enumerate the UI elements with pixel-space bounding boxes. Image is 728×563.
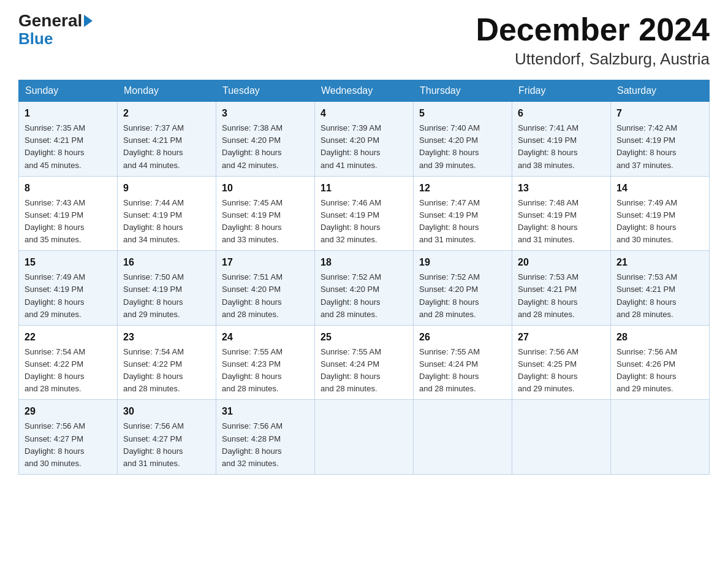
day-info: Sunrise: 7:35 AMSunset: 4:21 PMDaylight:… bbox=[25, 122, 112, 172]
day-of-week-header: Friday bbox=[512, 80, 611, 102]
calendar-day-cell: 7 Sunrise: 7:42 AMSunset: 4:19 PMDayligh… bbox=[611, 102, 710, 177]
day-info: Sunrise: 7:54 AMSunset: 4:22 PMDaylight:… bbox=[25, 346, 112, 396]
day-info: Sunrise: 7:48 AMSunset: 4:19 PMDaylight:… bbox=[518, 197, 605, 247]
day-info: Sunrise: 7:49 AMSunset: 4:19 PMDaylight:… bbox=[25, 271, 112, 321]
day-info: Sunrise: 7:46 AMSunset: 4:19 PMDaylight:… bbox=[320, 197, 408, 247]
day-info: Sunrise: 7:45 AMSunset: 4:19 PMDaylight:… bbox=[222, 197, 309, 247]
day-of-week-header: Wednesday bbox=[315, 80, 414, 102]
day-number: 7 bbox=[616, 106, 703, 121]
calendar-week-row: 8 Sunrise: 7:43 AMSunset: 4:19 PMDayligh… bbox=[19, 176, 710, 251]
calendar-day-cell: 29 Sunrise: 7:56 AMSunset: 4:27 PMDaylig… bbox=[19, 400, 118, 475]
calendar-day-cell: 5 Sunrise: 7:40 AMSunset: 4:20 PMDayligh… bbox=[414, 102, 512, 177]
calendar-week-row: 22 Sunrise: 7:54 AMSunset: 4:22 PMDaylig… bbox=[19, 325, 710, 400]
day-number: 2 bbox=[123, 106, 210, 121]
day-number: 25 bbox=[320, 330, 408, 345]
day-info: Sunrise: 7:53 AMSunset: 4:21 PMDaylight:… bbox=[616, 271, 703, 321]
day-info: Sunrise: 7:51 AMSunset: 4:20 PMDaylight:… bbox=[222, 271, 309, 321]
calendar-day-cell bbox=[611, 400, 710, 475]
day-info: Sunrise: 7:50 AMSunset: 4:19 PMDaylight:… bbox=[123, 271, 210, 321]
day-info: Sunrise: 7:47 AMSunset: 4:19 PMDaylight:… bbox=[419, 197, 506, 247]
day-info: Sunrise: 7:53 AMSunset: 4:21 PMDaylight:… bbox=[518, 271, 605, 321]
day-of-week-header: Saturday bbox=[611, 80, 710, 102]
day-number: 4 bbox=[320, 106, 408, 121]
calendar-day-cell: 27 Sunrise: 7:56 AMSunset: 4:25 PMDaylig… bbox=[512, 325, 611, 400]
day-number: 16 bbox=[123, 255, 210, 270]
calendar-day-cell bbox=[414, 400, 512, 475]
day-info: Sunrise: 7:41 AMSunset: 4:19 PMDaylight:… bbox=[518, 122, 605, 172]
day-number: 26 bbox=[419, 330, 506, 345]
calendar-week-row: 1 Sunrise: 7:35 AMSunset: 4:21 PMDayligh… bbox=[19, 102, 710, 177]
location-subtitle: Uttendorf, Salzburg, Austria bbox=[476, 50, 710, 69]
day-info: Sunrise: 7:55 AMSunset: 4:24 PMDaylight:… bbox=[320, 346, 408, 396]
day-number: 24 bbox=[222, 330, 309, 345]
calendar-day-cell: 26 Sunrise: 7:55 AMSunset: 4:24 PMDaylig… bbox=[414, 325, 512, 400]
day-number: 17 bbox=[222, 255, 309, 270]
day-number: 18 bbox=[320, 255, 408, 270]
calendar-table: SundayMondayTuesdayWednesdayThursdayFrid… bbox=[18, 80, 710, 475]
day-info: Sunrise: 7:42 AMSunset: 4:19 PMDaylight:… bbox=[616, 122, 703, 172]
day-number: 1 bbox=[25, 106, 112, 121]
calendar-day-cell: 21 Sunrise: 7:53 AMSunset: 4:21 PMDaylig… bbox=[611, 251, 710, 326]
calendar-day-cell: 23 Sunrise: 7:54 AMSunset: 4:22 PMDaylig… bbox=[118, 325, 216, 400]
calendar-day-cell: 18 Sunrise: 7:52 AMSunset: 4:20 PMDaylig… bbox=[315, 251, 414, 326]
logo-general-text: General bbox=[18, 12, 94, 29]
day-info: Sunrise: 7:56 AMSunset: 4:27 PMDaylight:… bbox=[123, 420, 210, 470]
day-info: Sunrise: 7:56 AMSunset: 4:28 PMDaylight:… bbox=[222, 420, 309, 470]
day-info: Sunrise: 7:56 AMSunset: 4:26 PMDaylight:… bbox=[616, 346, 703, 396]
day-of-week-header: Thursday bbox=[414, 80, 512, 102]
calendar-day-cell: 31 Sunrise: 7:56 AMSunset: 4:28 PMDaylig… bbox=[216, 400, 315, 475]
calendar-day-cell: 24 Sunrise: 7:55 AMSunset: 4:23 PMDaylig… bbox=[216, 325, 315, 400]
day-info: Sunrise: 7:43 AMSunset: 4:19 PMDaylight:… bbox=[25, 197, 112, 247]
calendar-day-cell bbox=[315, 400, 414, 475]
day-number: 30 bbox=[123, 404, 210, 419]
calendar-day-cell: 9 Sunrise: 7:44 AMSunset: 4:19 PMDayligh… bbox=[118, 176, 216, 251]
month-year-title: December 2024 bbox=[476, 12, 710, 47]
day-number: 15 bbox=[25, 255, 112, 270]
calendar-day-cell: 16 Sunrise: 7:50 AMSunset: 4:19 PMDaylig… bbox=[118, 251, 216, 326]
day-number: 5 bbox=[419, 106, 506, 121]
day-number: 27 bbox=[518, 330, 605, 345]
day-number: 10 bbox=[222, 181, 309, 196]
calendar-day-cell: 1 Sunrise: 7:35 AMSunset: 4:21 PMDayligh… bbox=[19, 102, 118, 177]
calendar-day-cell: 20 Sunrise: 7:53 AMSunset: 4:21 PMDaylig… bbox=[512, 251, 611, 326]
day-number: 14 bbox=[616, 181, 703, 196]
calendar-day-cell: 3 Sunrise: 7:38 AMSunset: 4:20 PMDayligh… bbox=[216, 102, 315, 177]
day-of-week-header: Sunday bbox=[19, 80, 118, 102]
day-info: Sunrise: 7:44 AMSunset: 4:19 PMDaylight:… bbox=[123, 197, 210, 247]
calendar-week-row: 15 Sunrise: 7:49 AMSunset: 4:19 PMDaylig… bbox=[19, 251, 710, 326]
day-info: Sunrise: 7:37 AMSunset: 4:21 PMDaylight:… bbox=[123, 122, 210, 172]
calendar-day-cell: 6 Sunrise: 7:41 AMSunset: 4:19 PMDayligh… bbox=[512, 102, 611, 177]
calendar-day-cell: 2 Sunrise: 7:37 AMSunset: 4:21 PMDayligh… bbox=[118, 102, 216, 177]
day-number: 29 bbox=[25, 404, 112, 419]
day-number: 23 bbox=[123, 330, 210, 345]
logo: General Blue bbox=[18, 12, 94, 47]
day-info: Sunrise: 7:54 AMSunset: 4:22 PMDaylight:… bbox=[123, 346, 210, 396]
day-number: 11 bbox=[320, 181, 408, 196]
calendar-day-cell: 14 Sunrise: 7:49 AMSunset: 4:19 PMDaylig… bbox=[611, 176, 710, 251]
day-number: 19 bbox=[419, 255, 506, 270]
calendar-day-cell: 15 Sunrise: 7:49 AMSunset: 4:19 PMDaylig… bbox=[19, 251, 118, 326]
day-of-week-header: Monday bbox=[118, 80, 216, 102]
day-number: 6 bbox=[518, 106, 605, 121]
day-info: Sunrise: 7:55 AMSunset: 4:24 PMDaylight:… bbox=[419, 346, 506, 396]
day-number: 13 bbox=[518, 181, 605, 196]
calendar-week-row: 29 Sunrise: 7:56 AMSunset: 4:27 PMDaylig… bbox=[19, 400, 710, 475]
logo-blue-text: Blue bbox=[18, 31, 53, 47]
days-of-week-row: SundayMondayTuesdayWednesdayThursdayFrid… bbox=[19, 80, 710, 102]
day-number: 9 bbox=[123, 181, 210, 196]
day-info: Sunrise: 7:38 AMSunset: 4:20 PMDaylight:… bbox=[222, 122, 309, 172]
day-number: 31 bbox=[222, 404, 309, 419]
calendar-day-cell: 22 Sunrise: 7:54 AMSunset: 4:22 PMDaylig… bbox=[19, 325, 118, 400]
logo-triangle-icon bbox=[84, 15, 93, 27]
calendar-day-cell: 11 Sunrise: 7:46 AMSunset: 4:19 PMDaylig… bbox=[315, 176, 414, 251]
day-of-week-header: Tuesday bbox=[216, 80, 315, 102]
day-info: Sunrise: 7:40 AMSunset: 4:20 PMDaylight:… bbox=[419, 122, 506, 172]
calendar-day-cell bbox=[512, 400, 611, 475]
calendar-day-cell: 4 Sunrise: 7:39 AMSunset: 4:20 PMDayligh… bbox=[315, 102, 414, 177]
day-info: Sunrise: 7:55 AMSunset: 4:23 PMDaylight:… bbox=[222, 346, 309, 396]
calendar-day-cell: 28 Sunrise: 7:56 AMSunset: 4:26 PMDaylig… bbox=[611, 325, 710, 400]
day-info: Sunrise: 7:52 AMSunset: 4:20 PMDaylight:… bbox=[320, 271, 408, 321]
day-number: 3 bbox=[222, 106, 309, 121]
calendar-day-cell: 10 Sunrise: 7:45 AMSunset: 4:19 PMDaylig… bbox=[216, 176, 315, 251]
day-info: Sunrise: 7:49 AMSunset: 4:19 PMDaylight:… bbox=[616, 197, 703, 247]
